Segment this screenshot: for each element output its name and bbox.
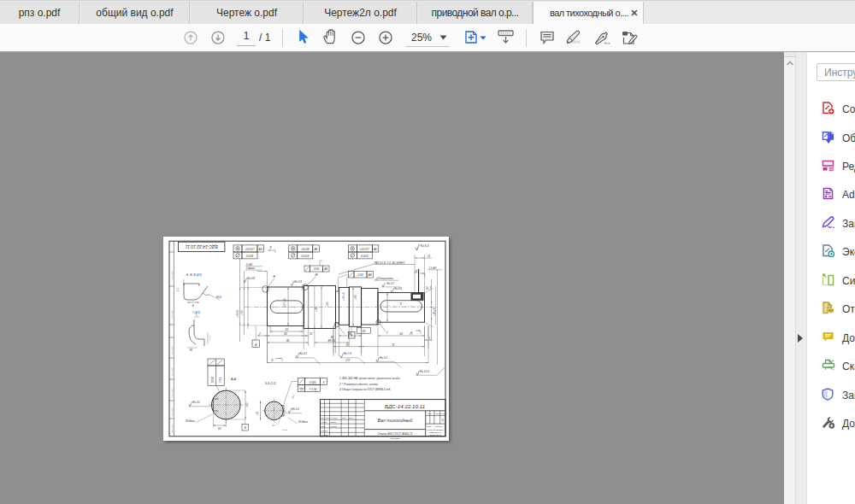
svg-text:Ra 12.5: Ra 12.5: [420, 370, 429, 373]
svg-text:Б-Б (1:2): Б-Б (1:2): [265, 382, 276, 385]
svg-text:Ra 0.8: Ra 0.8: [247, 277, 255, 280]
svg-text:АБ: АБ: [323, 267, 327, 271]
svg-text:∅57 js6: ∅57 js6: [283, 298, 286, 308]
svg-text:Инв.N подп.: Инв.N подп.: [171, 346, 173, 355]
svg-text:∅48: ∅48: [315, 307, 318, 312]
svg-text:3 Общие допуски по ГОСТ 30893.: 3 Общие допуски по ГОСТ 30893.2-mK: [339, 388, 391, 391]
svg-text:Ra 1.6: Ra 1.6: [344, 352, 351, 355]
svg-text:16: 16: [286, 328, 289, 331]
svg-text:Ж: Ж: [314, 273, 318, 277]
svg-text:Инв.N подп.: Инв.N подп.: [171, 271, 173, 279]
svg-text:0.023: 0.023: [246, 255, 254, 258]
svg-text:Подп.: Подп.: [342, 417, 347, 419]
svg-text:Т 0.16: Т 0.16: [309, 388, 316, 391]
svg-text:Иванов: Иванов: [330, 421, 336, 423]
svg-text:Листов 1: Листов 1: [434, 425, 443, 427]
svg-text:R0.4max: R0.4max: [298, 420, 308, 424]
svg-text:Т 0.6: Т 0.6: [219, 377, 222, 383]
svg-text:10: 10: [310, 332, 313, 336]
svg-text:∅60: ∅60: [354, 295, 357, 300]
svg-text:∅50 t6: ∅50 t6: [236, 310, 239, 318]
svg-text:∅0.06: ∅0.06: [301, 248, 310, 251]
svg-text:Б: Б: [192, 304, 194, 308]
svg-text:АБ: АБ: [373, 248, 377, 251]
svg-text:Ra 0.8: Ra 0.8: [394, 287, 402, 290]
svg-text:В: В: [245, 426, 246, 430]
svg-text:Ra 3.2: Ra 3.2: [380, 356, 387, 360]
svg-text:0.25: 0.25: [209, 336, 211, 340]
svg-text:Ra 0.8: Ra 0.8: [294, 280, 302, 284]
svg-text:∅0.017: ∅0.017: [360, 248, 370, 251]
svg-text:Изм.: Изм.: [321, 417, 325, 419]
svg-text:Дата: Дата: [348, 417, 354, 419]
svg-text:Пров.: Пров.: [321, 425, 326, 427]
svg-text:Инв.N подп.: Инв.N подп.: [171, 407, 173, 416]
svg-text:Е: Е: [274, 274, 276, 278]
svg-text:R1: R1: [190, 349, 193, 352]
svg-text:75: 75: [399, 302, 402, 306]
svg-text:Полировать: Полировать: [378, 277, 393, 280]
svg-text:Г: Г: [386, 331, 389, 335]
svg-text:R1.6: R1.6: [216, 296, 221, 299]
svg-text:А: А: [254, 343, 256, 347]
svg-text:Группа ЭЛ-42: Группа ЭЛ-42: [429, 434, 441, 436]
svg-text:61: 61: [346, 343, 350, 347]
svg-text:Д: Д: [410, 331, 413, 335]
svg-text:∅45 к6: ∅45 к6: [433, 308, 436, 316]
svg-text:Ra 0.2: Ra 0.2: [386, 282, 394, 285]
svg-text:2 фаски: 2 фаски: [245, 267, 256, 270]
svg-text:Лист: Лист: [324, 417, 329, 419]
svg-text:Петров: Петров: [330, 425, 336, 427]
svg-text:55*: 55*: [218, 427, 222, 431]
svg-text:Разраб.: Разраб.: [321, 421, 327, 423]
svg-text:2 * Размеров обеспеч. инстр.: 2 * Размеров обеспеч. инстр.: [339, 383, 379, 386]
svg-text:Лит.: Лит.: [427, 413, 432, 414]
svg-text:0.020: 0.020: [211, 377, 215, 383]
svg-text:0.023: 0.023: [302, 255, 310, 258]
svg-text:Ra 3.2: Ra 3.2: [292, 407, 299, 411]
svg-text:БДС-14.22.10.11: БДС-14.22.10.11: [185, 244, 217, 249]
svg-text:Инв.N подп.: Инв.N подп.: [171, 389, 173, 397]
svg-text:Сталь 40Х ГОСТ 4543-71: Сталь 40Х ГОСТ 4543-71: [378, 432, 413, 436]
svg-text:К: К: [323, 381, 325, 384]
svg-text:Ra 3.2: Ra 3.2: [192, 401, 200, 404]
svg-text:1.5: 1.5: [176, 288, 180, 291]
svg-text:Ra 6.3: Ra 6.3: [421, 244, 429, 248]
svg-text:∅55 к6: ∅55 к6: [342, 292, 345, 301]
svg-text:Н.контр.: Н.контр.: [321, 434, 328, 436]
svg-text:0.03: 0.03: [314, 267, 319, 271]
svg-text:Масшт.: Масшт.: [441, 413, 448, 414]
svg-text:63: 63: [400, 332, 404, 336]
svg-text:R0.4max: R0.4max: [186, 419, 195, 423]
svg-text:Кафедра РК-3: Кафедра РК-3: [429, 431, 442, 433]
svg-text:М8: М8: [426, 286, 429, 290]
svg-text:АБ: АБ: [258, 248, 262, 251]
svg-text:20: 20: [362, 330, 366, 333]
svg-text:12: 12: [428, 255, 431, 258]
svg-text:А-А: А-А: [230, 378, 237, 381]
svg-text:Лист: Лист: [426, 425, 431, 427]
svg-text:88: 88: [286, 339, 290, 343]
svg-text:1 269..302 НВ, кроме мест, ука: 1 269..302 НВ, кроме мест, указанного ос…: [339, 377, 400, 380]
svg-text:ТВЧ h 0.8..1.0, 40..50HRC: ТВЧ h 0.8..1.0, 40..50HRC: [374, 261, 405, 265]
svg-text:Е, Ж, В (4:1): Е, Ж, В (4:1): [186, 273, 202, 277]
svg-text:0.023: 0.023: [361, 255, 369, 258]
svg-text:1.2×45°: 1.2×45°: [429, 267, 438, 270]
svg-text:Б: Б: [351, 334, 352, 337]
svg-text:З: З: [269, 245, 272, 249]
svg-text:БДС-14.22.10.11: БДС-14.22.10.11: [385, 403, 425, 409]
svg-text:Ra 3.2: Ra 3.2: [299, 352, 307, 355]
svg-text:№ докум.: № докум.: [330, 417, 338, 419]
svg-text:0.03: 0.03: [357, 273, 363, 277]
svg-text:Инв.N подп.: Инв.N подп.: [171, 425, 173, 433]
svg-text:1×45°: 1×45°: [282, 429, 288, 431]
svg-text:0.020: 0.020: [310, 381, 316, 384]
svg-text:13.5: 13.5: [292, 394, 295, 399]
svg-text:НТУэл им. Баумана: НТУэл им. Баумана: [427, 429, 445, 431]
svg-text:∅52: ∅52: [245, 402, 249, 407]
svg-text:∅0.017: ∅0.017: [245, 248, 255, 251]
svg-text:Вал тихоходный: Вал тихоходный: [377, 418, 412, 423]
svg-text:Т.контр.: Т.контр.: [321, 430, 328, 431]
svg-text:1: 1: [429, 337, 431, 340]
svg-text:7°*: 7°*: [272, 425, 275, 428]
